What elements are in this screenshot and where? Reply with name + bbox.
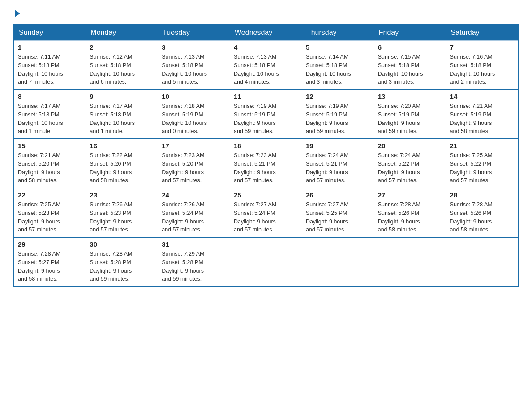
day-number: 19 bbox=[306, 142, 370, 150]
weekday-header-monday: Monday bbox=[86, 25, 158, 41]
table-row bbox=[446, 237, 518, 287]
page-header bbox=[13, 9, 519, 16]
day-info: Sunrise: 7:23 AMSunset: 5:20 PMDaylight:… bbox=[162, 151, 226, 185]
calendar-week-row: 8Sunrise: 7:17 AMSunset: 5:18 PMDaylight… bbox=[14, 90, 518, 139]
calendar-table: SundayMondayTuesdayWednesdayThursdayFrid… bbox=[13, 24, 519, 287]
day-info: Sunrise: 7:22 AMSunset: 5:20 PMDaylight:… bbox=[90, 151, 154, 185]
day-info: Sunrise: 7:17 AMSunset: 5:18 PMDaylight:… bbox=[90, 102, 154, 136]
day-info: Sunrise: 7:28 AMSunset: 5:28 PMDaylight:… bbox=[90, 250, 154, 283]
table-row: 15Sunrise: 7:21 AMSunset: 5:20 PMDayligh… bbox=[14, 139, 86, 188]
calendar-week-row: 15Sunrise: 7:21 AMSunset: 5:20 PMDayligh… bbox=[14, 139, 518, 188]
day-number: 25 bbox=[234, 191, 298, 199]
day-info: Sunrise: 7:25 AMSunset: 5:22 PMDaylight:… bbox=[450, 151, 514, 185]
table-row: 18Sunrise: 7:23 AMSunset: 5:21 PMDayligh… bbox=[230, 139, 302, 188]
day-info: Sunrise: 7:27 AMSunset: 5:25 PMDaylight:… bbox=[306, 201, 370, 234]
day-info: Sunrise: 7:26 AMSunset: 5:23 PMDaylight:… bbox=[90, 201, 154, 234]
day-info: Sunrise: 7:24 AMSunset: 5:21 PMDaylight:… bbox=[306, 151, 370, 185]
table-row: 29Sunrise: 7:28 AMSunset: 5:27 PMDayligh… bbox=[14, 237, 86, 287]
table-row bbox=[302, 237, 374, 287]
table-row: 31Sunrise: 7:29 AMSunset: 5:28 PMDayligh… bbox=[158, 237, 230, 287]
day-info: Sunrise: 7:28 AMSunset: 5:26 PMDaylight:… bbox=[378, 201, 442, 234]
day-info: Sunrise: 7:17 AMSunset: 5:18 PMDaylight:… bbox=[18, 102, 82, 136]
table-row bbox=[230, 237, 302, 287]
table-row bbox=[374, 237, 446, 287]
weekday-header-tuesday: Tuesday bbox=[158, 25, 230, 41]
day-number: 31 bbox=[162, 240, 226, 248]
calendar-week-row: 29Sunrise: 7:28 AMSunset: 5:27 PMDayligh… bbox=[14, 237, 518, 287]
day-number: 28 bbox=[450, 191, 514, 199]
day-number: 22 bbox=[18, 191, 82, 199]
day-info: Sunrise: 7:15 AMSunset: 5:18 PMDaylight:… bbox=[378, 53, 442, 86]
day-number: 24 bbox=[162, 191, 226, 199]
table-row: 13Sunrise: 7:20 AMSunset: 5:19 PMDayligh… bbox=[374, 90, 446, 139]
day-info: Sunrise: 7:13 AMSunset: 5:18 PMDaylight:… bbox=[234, 53, 298, 86]
table-row: 19Sunrise: 7:24 AMSunset: 5:21 PMDayligh… bbox=[302, 139, 374, 188]
day-number: 21 bbox=[450, 142, 514, 150]
day-number: 29 bbox=[18, 240, 82, 248]
table-row: 17Sunrise: 7:23 AMSunset: 5:20 PMDayligh… bbox=[158, 139, 230, 188]
table-row: 25Sunrise: 7:27 AMSunset: 5:24 PMDayligh… bbox=[230, 188, 302, 237]
day-number: 8 bbox=[18, 93, 82, 100]
table-row: 26Sunrise: 7:27 AMSunset: 5:25 PMDayligh… bbox=[302, 188, 374, 237]
day-number: 7 bbox=[450, 43, 514, 51]
table-row: 27Sunrise: 7:28 AMSunset: 5:26 PMDayligh… bbox=[374, 188, 446, 237]
table-row: 14Sunrise: 7:21 AMSunset: 5:19 PMDayligh… bbox=[446, 90, 518, 139]
day-info: Sunrise: 7:18 AMSunset: 5:19 PMDaylight:… bbox=[162, 102, 226, 136]
day-number: 9 bbox=[90, 93, 154, 100]
day-number: 20 bbox=[378, 142, 442, 150]
day-info: Sunrise: 7:16 AMSunset: 5:18 PMDaylight:… bbox=[450, 53, 514, 86]
calendar-header-row: SundayMondayTuesdayWednesdayThursdayFrid… bbox=[14, 25, 518, 41]
day-info: Sunrise: 7:19 AMSunset: 5:19 PMDaylight:… bbox=[306, 102, 370, 136]
day-number: 16 bbox=[90, 142, 154, 150]
day-info: Sunrise: 7:11 AMSunset: 5:18 PMDaylight:… bbox=[18, 53, 82, 86]
day-info: Sunrise: 7:14 AMSunset: 5:18 PMDaylight:… bbox=[306, 53, 370, 86]
weekday-header-sunday: Sunday bbox=[14, 25, 86, 41]
table-row: 20Sunrise: 7:24 AMSunset: 5:22 PMDayligh… bbox=[374, 139, 446, 188]
calendar-week-row: 22Sunrise: 7:25 AMSunset: 5:23 PMDayligh… bbox=[14, 188, 518, 237]
table-row: 6Sunrise: 7:15 AMSunset: 5:18 PMDaylight… bbox=[374, 41, 446, 90]
day-info: Sunrise: 7:20 AMSunset: 5:19 PMDaylight:… bbox=[378, 102, 442, 136]
table-row: 3Sunrise: 7:13 AMSunset: 5:18 PMDaylight… bbox=[158, 41, 230, 90]
weekday-header-thursday: Thursday bbox=[302, 25, 374, 41]
day-info: Sunrise: 7:12 AMSunset: 5:18 PMDaylight:… bbox=[90, 53, 154, 86]
day-number: 5 bbox=[306, 43, 370, 51]
day-info: Sunrise: 7:28 AMSunset: 5:26 PMDaylight:… bbox=[450, 201, 514, 234]
weekday-header-friday: Friday bbox=[374, 25, 446, 41]
table-row: 5Sunrise: 7:14 AMSunset: 5:18 PMDaylight… bbox=[302, 41, 374, 90]
day-info: Sunrise: 7:27 AMSunset: 5:24 PMDaylight:… bbox=[234, 201, 298, 234]
day-number: 17 bbox=[162, 142, 226, 150]
day-info: Sunrise: 7:25 AMSunset: 5:23 PMDaylight:… bbox=[18, 201, 82, 234]
logo bbox=[13, 9, 20, 16]
day-number: 1 bbox=[18, 43, 82, 51]
day-info: Sunrise: 7:13 AMSunset: 5:18 PMDaylight:… bbox=[162, 53, 226, 86]
day-number: 15 bbox=[18, 142, 82, 150]
table-row: 12Sunrise: 7:19 AMSunset: 5:19 PMDayligh… bbox=[302, 90, 374, 139]
day-info: Sunrise: 7:29 AMSunset: 5:28 PMDaylight:… bbox=[162, 250, 226, 283]
day-number: 2 bbox=[90, 43, 154, 51]
table-row: 7Sunrise: 7:16 AMSunset: 5:18 PMDaylight… bbox=[446, 41, 518, 90]
day-number: 11 bbox=[234, 93, 298, 100]
day-number: 14 bbox=[450, 93, 514, 100]
day-info: Sunrise: 7:21 AMSunset: 5:19 PMDaylight:… bbox=[450, 102, 514, 136]
day-number: 18 bbox=[234, 142, 298, 150]
table-row: 10Sunrise: 7:18 AMSunset: 5:19 PMDayligh… bbox=[158, 90, 230, 139]
table-row: 16Sunrise: 7:22 AMSunset: 5:20 PMDayligh… bbox=[86, 139, 158, 188]
day-number: 3 bbox=[162, 43, 226, 51]
table-row: 11Sunrise: 7:19 AMSunset: 5:19 PMDayligh… bbox=[230, 90, 302, 139]
weekday-header-saturday: Saturday bbox=[446, 25, 518, 41]
table-row: 28Sunrise: 7:28 AMSunset: 5:26 PMDayligh… bbox=[446, 188, 518, 237]
table-row: 4Sunrise: 7:13 AMSunset: 5:18 PMDaylight… bbox=[230, 41, 302, 90]
logo-arrow-icon bbox=[15, 10, 20, 17]
day-number: 10 bbox=[162, 93, 226, 100]
day-number: 12 bbox=[306, 93, 370, 100]
day-number: 26 bbox=[306, 191, 370, 199]
day-info: Sunrise: 7:21 AMSunset: 5:20 PMDaylight:… bbox=[18, 151, 82, 185]
day-number: 23 bbox=[90, 191, 154, 199]
day-info: Sunrise: 7:26 AMSunset: 5:24 PMDaylight:… bbox=[162, 201, 226, 234]
table-row: 9Sunrise: 7:17 AMSunset: 5:18 PMDaylight… bbox=[86, 90, 158, 139]
table-row: 23Sunrise: 7:26 AMSunset: 5:23 PMDayligh… bbox=[86, 188, 158, 237]
day-number: 27 bbox=[378, 191, 442, 199]
table-row: 2Sunrise: 7:12 AMSunset: 5:18 PMDaylight… bbox=[86, 41, 158, 90]
table-row: 1Sunrise: 7:11 AMSunset: 5:18 PMDaylight… bbox=[14, 41, 86, 90]
day-info: Sunrise: 7:28 AMSunset: 5:27 PMDaylight:… bbox=[18, 250, 82, 283]
